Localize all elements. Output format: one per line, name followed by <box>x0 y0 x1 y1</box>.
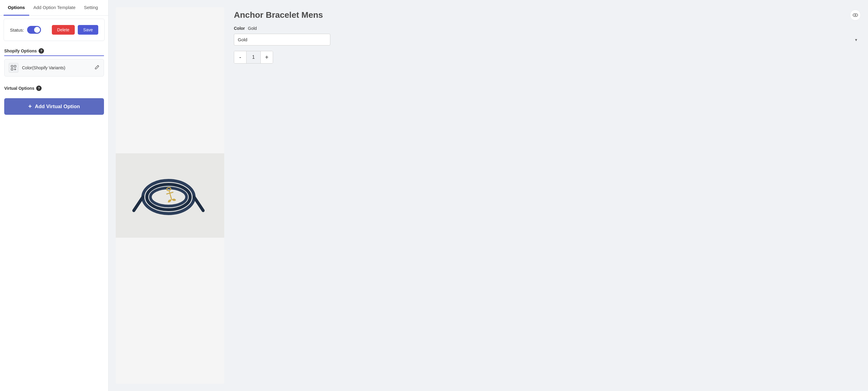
product-title-area: Anchor Bracelet Mens <box>234 10 861 21</box>
virtual-options-title: Virtual Options ? <box>4 86 104 91</box>
svg-rect-2 <box>14 65 16 67</box>
color-select[interactable]: Gold <box>234 34 330 45</box>
quantity-value: 1 <box>246 51 261 63</box>
status-bar: Status: Delete Save <box>4 19 104 41</box>
eye-button[interactable] <box>850 10 861 21</box>
tab-add-option-template[interactable]: Add Option Template <box>29 0 80 16</box>
shopify-options-section: Shopify Options ? Color(Shopify Variants… <box>0 44 108 82</box>
svg-rect-1 <box>11 68 13 70</box>
select-wrapper: Gold ▾ <box>234 34 861 45</box>
product-image-container <box>116 7 224 384</box>
status-label: Status: <box>10 27 24 33</box>
shopify-options-help-icon[interactable]: ? <box>38 48 44 54</box>
tabs-container: Options Add Option Template Setting <box>0 0 108 16</box>
status-actions: Delete Save <box>52 25 98 35</box>
tab-options[interactable]: Options <box>4 0 29 16</box>
add-virtual-option-label: Add Virtual Option <box>35 104 80 110</box>
svg-rect-3 <box>116 153 224 238</box>
svg-point-15 <box>855 15 856 15</box>
shopify-option-label: Color(Shopify Variants) <box>22 65 91 70</box>
quantity-increase-button[interactable]: + <box>261 51 273 63</box>
right-panel: Anchor Bracelet Mens Color Gold Gold ▾ <box>108 0 868 391</box>
product-title: Anchor Bracelet Mens <box>234 10 846 21</box>
edit-icon[interactable] <box>95 65 99 71</box>
shopify-option-item: Color(Shopify Variants) <box>4 59 104 76</box>
select-arrow-icon: ▾ <box>855 37 857 42</box>
product-option-row: Color Gold <box>234 26 861 31</box>
quantity-control: - 1 + <box>234 51 273 64</box>
add-virtual-option-button[interactable]: + Add Virtual Option <box>4 98 104 115</box>
product-preview: Anchor Bracelet Mens Color Gold Gold ▾ <box>108 0 868 391</box>
color-value: Gold <box>248 26 257 31</box>
svg-rect-0 <box>11 65 13 67</box>
virtual-options-section: Virtual Options ? <box>0 82 108 98</box>
product-details: Anchor Bracelet Mens Color Gold Gold ▾ <box>234 7 861 384</box>
tab-setting[interactable]: Setting <box>80 0 102 16</box>
status-toggle[interactable] <box>27 26 41 34</box>
save-button[interactable]: Save <box>78 25 98 35</box>
delete-button[interactable]: Delete <box>52 25 75 35</box>
virtual-options-help-icon[interactable]: ? <box>36 86 41 91</box>
product-image <box>116 153 224 238</box>
quantity-decrease-button[interactable]: - <box>234 51 246 63</box>
shopify-options-title: Shopify Options ? <box>4 48 104 56</box>
color-label: Color <box>234 26 245 31</box>
eye-icon <box>852 12 858 18</box>
add-virtual-plus-icon: + <box>28 103 32 110</box>
option-icon <box>9 63 19 73</box>
